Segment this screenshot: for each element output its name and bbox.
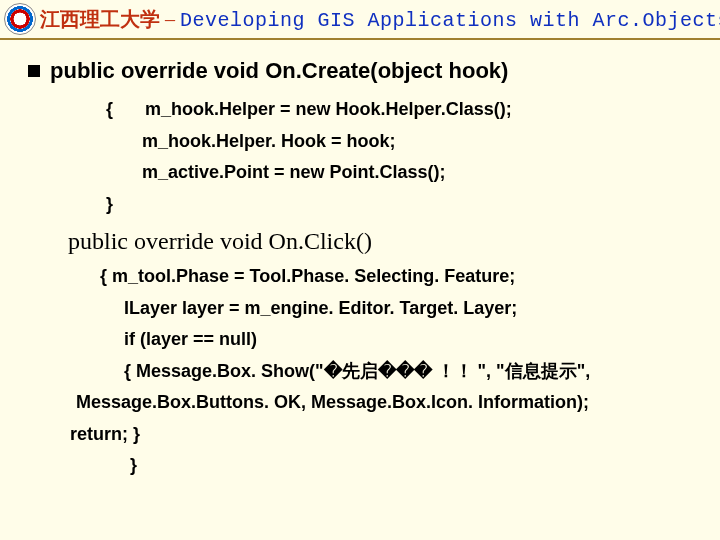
code-line: ILayer layer = m_engine. Editor. Target.…: [124, 293, 700, 325]
method1-signature: public override void On.Create(object ho…: [50, 58, 508, 84]
code-line: }: [106, 194, 113, 214]
code-line: m_active.Point = new Point.Class();: [142, 162, 446, 182]
code-line: m_hook.Helper. Hook = hook;: [142, 131, 396, 151]
bullet-row: public override void On.Create(object ho…: [28, 58, 700, 84]
code-line: }: [130, 450, 700, 482]
code-line: return; }: [70, 419, 700, 451]
square-bullet-icon: [28, 65, 40, 77]
code-line: { Message.Box. Show("�先启��� ！！ ", "信息提示"…: [124, 356, 700, 388]
university-logo-icon: [4, 3, 36, 35]
header-en: Developing GIS Applications with Arc.Obj…: [180, 9, 720, 32]
method2-signature: public override void On.Click(): [68, 228, 700, 255]
slide-body: public override void On.Create(object ho…: [0, 40, 720, 482]
method1-code: { m_hook.Helper = new Hook.Helper.Class(…: [106, 94, 700, 220]
method2-code: { m_tool.Phase = Tool.Phase. Selecting. …: [100, 261, 700, 482]
header-title: 江西理工大学 – Developing GIS Applications wit…: [40, 6, 720, 33]
code-line: if (layer == null): [124, 324, 700, 356]
code-line: {: [106, 99, 113, 119]
slide-header: 江西理工大学 – Developing GIS Applications wit…: [0, 0, 720, 40]
header-dash: –: [160, 8, 180, 30]
header-cn: 江西理工大学: [40, 8, 160, 30]
code-line: Message.Box.Buttons. OK, Message.Box.Ico…: [76, 387, 700, 419]
code-line: { m_tool.Phase = Tool.Phase. Selecting. …: [100, 261, 700, 293]
code-line: m_hook.Helper = new Hook.Helper.Class();: [145, 99, 512, 119]
